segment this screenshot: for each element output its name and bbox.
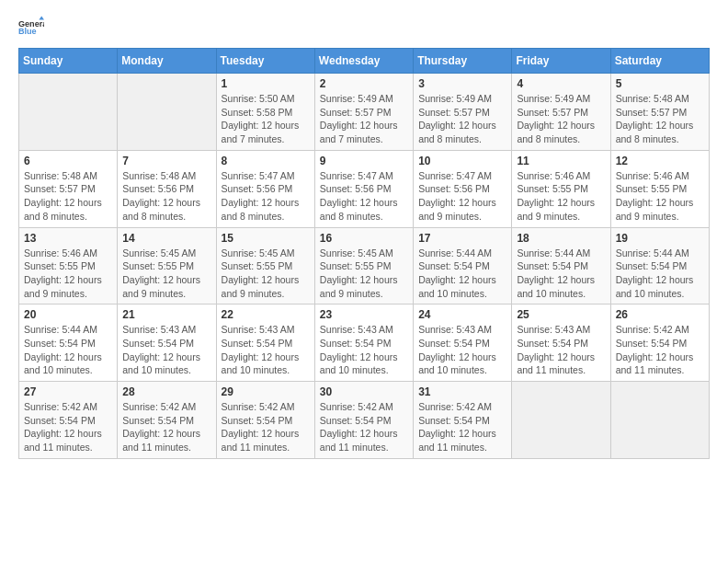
calendar-week-2: 6Sunrise: 5:48 AMSunset: 5:57 PMDaylight…: [19, 150, 710, 227]
day-info: Sunrise: 5:45 AMSunset: 5:55 PMDaylight:…: [222, 247, 310, 301]
logo: General Blue: [18, 15, 48, 40]
calendar-week-5: 27Sunrise: 5:42 AMSunset: 5:54 PMDayligh…: [19, 382, 710, 459]
calendar-cell: 19Sunrise: 5:44 AMSunset: 5:54 PMDayligh…: [610, 227, 709, 304]
calendar-cell: 27Sunrise: 5:42 AMSunset: 5:54 PMDayligh…: [19, 382, 118, 459]
calendar-cell: 24Sunrise: 5:43 AMSunset: 5:54 PMDayligh…: [414, 304, 512, 382]
weekday-header-tuesday: Tuesday: [216, 49, 314, 74]
calendar-week-3: 13Sunrise: 5:46 AMSunset: 5:55 PMDayligh…: [19, 227, 710, 304]
day-number: 30: [320, 385, 408, 398]
calendar-cell: [512, 382, 610, 459]
day-number: 4: [517, 77, 605, 90]
calendar-cell: [118, 74, 216, 151]
day-number: 2: [320, 77, 408, 90]
day-number: 28: [122, 385, 210, 398]
day-info: Sunrise: 5:47 AMSunset: 5:56 PMDaylight:…: [222, 169, 310, 224]
day-info: Sunrise: 5:42 AMSunset: 5:54 PMDaylight:…: [24, 400, 112, 454]
weekday-header-sunday: Sunday: [19, 49, 118, 74]
day-number: 23: [320, 308, 408, 321]
day-number: 13: [24, 232, 112, 245]
calendar-cell: 3Sunrise: 5:49 AMSunset: 5:57 PMDaylight…: [414, 74, 512, 151]
day-info: Sunrise: 5:49 AMSunset: 5:57 PMDaylight:…: [320, 92, 408, 146]
weekday-header-wednesday: Wednesday: [314, 49, 413, 74]
day-info: Sunrise: 5:47 AMSunset: 5:56 PMDaylight:…: [320, 169, 408, 224]
calendar-cell: 2Sunrise: 5:49 AMSunset: 5:57 PMDaylight…: [314, 74, 413, 151]
day-number: 15: [222, 232, 310, 245]
day-info: Sunrise: 5:44 AMSunset: 5:54 PMDaylight:…: [517, 247, 605, 301]
calendar-cell: 9Sunrise: 5:47 AMSunset: 5:56 PMDaylight…: [314, 150, 413, 227]
day-number: 12: [616, 155, 704, 167]
logo-icon: General Blue: [18, 15, 44, 40]
day-number: 16: [320, 232, 408, 245]
day-info: Sunrise: 5:47 AMSunset: 5:56 PMDaylight:…: [418, 169, 506, 224]
day-number: 20: [24, 308, 112, 321]
day-number: 7: [122, 155, 210, 167]
calendar-cell: 1Sunrise: 5:50 AMSunset: 5:58 PMDaylight…: [216, 74, 314, 151]
day-info: Sunrise: 5:45 AMSunset: 5:55 PMDaylight:…: [320, 247, 408, 301]
day-info: Sunrise: 5:42 AMSunset: 5:54 PMDaylight:…: [320, 400, 408, 454]
page-header: General Blue: [18, 15, 710, 40]
calendar-cell: [610, 382, 709, 459]
day-info: Sunrise: 5:44 AMSunset: 5:54 PMDaylight:…: [24, 323, 112, 377]
day-info: Sunrise: 5:43 AMSunset: 5:54 PMDaylight:…: [320, 323, 408, 377]
calendar-table: SundayMondayTuesdayWednesdayThursdayFrid…: [18, 48, 710, 459]
day-number: 11: [517, 155, 605, 167]
day-info: Sunrise: 5:48 AMSunset: 5:57 PMDaylight:…: [616, 92, 704, 146]
day-info: Sunrise: 5:46 AMSunset: 5:55 PMDaylight:…: [616, 169, 704, 224]
calendar-cell: 5Sunrise: 5:48 AMSunset: 5:57 PMDaylight…: [610, 74, 709, 151]
day-number: 14: [122, 232, 210, 245]
weekday-header-monday: Monday: [118, 49, 216, 74]
day-number: 9: [320, 155, 408, 167]
day-number: 29: [222, 385, 310, 398]
day-number: 10: [418, 155, 506, 167]
weekday-header-friday: Friday: [512, 49, 610, 74]
day-number: 26: [616, 308, 704, 321]
day-info: Sunrise: 5:49 AMSunset: 5:57 PMDaylight:…: [517, 92, 605, 146]
calendar-header-row: SundayMondayTuesdayWednesdayThursdayFrid…: [19, 49, 710, 74]
day-number: 27: [24, 385, 112, 398]
calendar-body: 1Sunrise: 5:50 AMSunset: 5:58 PMDaylight…: [19, 74, 710, 459]
weekday-header-thursday: Thursday: [414, 49, 512, 74]
day-info: Sunrise: 5:49 AMSunset: 5:57 PMDaylight:…: [418, 92, 506, 146]
calendar-cell: 16Sunrise: 5:45 AMSunset: 5:55 PMDayligh…: [314, 227, 413, 304]
calendar-week-4: 20Sunrise: 5:44 AMSunset: 5:54 PMDayligh…: [19, 304, 710, 382]
calendar-cell: 31Sunrise: 5:42 AMSunset: 5:54 PMDayligh…: [414, 382, 512, 459]
calendar-cell: 26Sunrise: 5:42 AMSunset: 5:54 PMDayligh…: [610, 304, 709, 382]
calendar-cell: 8Sunrise: 5:47 AMSunset: 5:56 PMDaylight…: [216, 150, 314, 227]
calendar-cell: 13Sunrise: 5:46 AMSunset: 5:55 PMDayligh…: [19, 227, 118, 304]
day-number: 5: [616, 77, 704, 90]
calendar-cell: 20Sunrise: 5:44 AMSunset: 5:54 PMDayligh…: [19, 304, 118, 382]
calendar-cell: 17Sunrise: 5:44 AMSunset: 5:54 PMDayligh…: [414, 227, 512, 304]
day-info: Sunrise: 5:48 AMSunset: 5:57 PMDaylight:…: [24, 169, 112, 224]
day-info: Sunrise: 5:42 AMSunset: 5:54 PMDaylight:…: [122, 400, 210, 454]
day-info: Sunrise: 5:48 AMSunset: 5:56 PMDaylight:…: [122, 169, 210, 224]
day-info: Sunrise: 5:46 AMSunset: 5:55 PMDaylight:…: [517, 169, 605, 224]
day-info: Sunrise: 5:42 AMSunset: 5:54 PMDaylight:…: [222, 400, 310, 454]
calendar-cell: [19, 74, 118, 151]
day-info: Sunrise: 5:45 AMSunset: 5:55 PMDaylight:…: [122, 247, 210, 301]
calendar-cell: 14Sunrise: 5:45 AMSunset: 5:55 PMDayligh…: [118, 227, 216, 304]
day-number: 8: [222, 155, 310, 167]
day-number: 25: [517, 308, 605, 321]
calendar-cell: 29Sunrise: 5:42 AMSunset: 5:54 PMDayligh…: [216, 382, 314, 459]
calendar-cell: 10Sunrise: 5:47 AMSunset: 5:56 PMDayligh…: [414, 150, 512, 227]
day-number: 6: [24, 155, 112, 167]
day-info: Sunrise: 5:44 AMSunset: 5:54 PMDaylight:…: [616, 247, 704, 301]
calendar-cell: 6Sunrise: 5:48 AMSunset: 5:57 PMDaylight…: [19, 150, 118, 227]
calendar-cell: 12Sunrise: 5:46 AMSunset: 5:55 PMDayligh…: [610, 150, 709, 227]
calendar-cell: 22Sunrise: 5:43 AMSunset: 5:54 PMDayligh…: [216, 304, 314, 382]
day-number: 31: [418, 385, 506, 398]
day-info: Sunrise: 5:43 AMSunset: 5:54 PMDaylight:…: [122, 323, 210, 377]
day-info: Sunrise: 5:42 AMSunset: 5:54 PMDaylight:…: [418, 400, 506, 454]
calendar-cell: 28Sunrise: 5:42 AMSunset: 5:54 PMDayligh…: [118, 382, 216, 459]
calendar-cell: 21Sunrise: 5:43 AMSunset: 5:54 PMDayligh…: [118, 304, 216, 382]
day-number: 22: [222, 308, 310, 321]
day-number: 19: [616, 232, 704, 245]
day-number: 1: [222, 77, 310, 90]
day-number: 17: [418, 232, 506, 245]
calendar-cell: 7Sunrise: 5:48 AMSunset: 5:56 PMDaylight…: [118, 150, 216, 227]
day-number: 3: [418, 77, 506, 90]
calendar-cell: 4Sunrise: 5:49 AMSunset: 5:57 PMDaylight…: [512, 74, 610, 151]
calendar-cell: 25Sunrise: 5:43 AMSunset: 5:54 PMDayligh…: [512, 304, 610, 382]
svg-marker-2: [39, 16, 44, 19]
calendar-cell: 30Sunrise: 5:42 AMSunset: 5:54 PMDayligh…: [314, 382, 413, 459]
